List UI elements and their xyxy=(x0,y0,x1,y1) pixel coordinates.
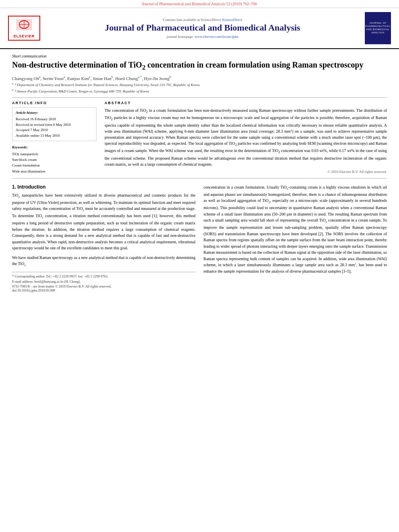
main-left-column: 1. Introduction TiO2 nanoparticles have … xyxy=(12,184,195,284)
keywords-box: Keywords: TiO₂ nanoparticle Sun-block cr… xyxy=(12,144,97,174)
history-label: Article history: xyxy=(16,110,93,116)
main-right-column: concentration in a cream formulation. Us… xyxy=(204,184,387,284)
affiliation-a: a ᵃ Department of Chemistry and Research… xyxy=(12,82,387,88)
sciencedirect-link[interactable]: ScienceDirect xyxy=(222,18,242,22)
keyword-4: Wide area illumination xyxy=(12,168,97,174)
journal-title-block: Contents lists available at ScienceDirec… xyxy=(44,18,361,38)
top-bar: Journal of Pharmaceutical and Biomedical… xyxy=(0,0,399,8)
available-date: Available online 13 May 2010 xyxy=(16,133,93,139)
header-divider xyxy=(12,97,387,98)
accepted-date: Accepted 7 May 2010 xyxy=(16,127,93,133)
received-date: Received 16 February 2010 xyxy=(16,117,93,122)
elsevier-logo: ELSEVIER xyxy=(8,16,40,41)
keyword-3: Cream formulation xyxy=(12,162,97,168)
journal-citation: Journal of Pharmaceutical and Biomedical… xyxy=(142,2,257,6)
keyword-2: Sun-block cream xyxy=(12,157,97,162)
doi-line: doi:10.1016/j.jpba.2010.05.008 xyxy=(12,288,387,292)
intro-paragraph-2: We have studied Raman spectroscopy as a … xyxy=(12,255,195,268)
intro-right-text: concentration in a cream formulation. Us… xyxy=(204,184,387,274)
article-info-header: ARTICLE INFO xyxy=(12,101,97,105)
keywords-label: Keywords: xyxy=(12,144,97,150)
issn-line: 0731-7085/$ – see front matter © 2010 El… xyxy=(12,284,387,288)
paper-type: Short communication xyxy=(12,54,387,58)
elsevier-label: ELSEVIER xyxy=(14,34,35,38)
abstract-text: The concentration of TiO2 in a cream for… xyxy=(105,107,387,167)
journal-name: Journal of Pharmaceutical and Biomedical… xyxy=(44,23,361,33)
footnote-section: * Corresponding author. Tel.: +82 2 2220… xyxy=(12,272,195,284)
affiliation-b: b ᵇ Amore-Pacific Corporation, R&D Cente… xyxy=(12,88,387,94)
article-info-abstract: ARTICLE INFO Article history: Received 1… xyxy=(12,101,387,174)
right-column: ABSTRACT The concentration of TiO2 in a … xyxy=(105,101,387,174)
bottom-footer: 0731-7085/$ – see front matter © 2010 El… xyxy=(0,284,399,296)
article-history-box: Article history: Received 16 February 20… xyxy=(12,107,97,142)
authors: Changyong Oha, Serim Yoona, Eunjoo Kima,… xyxy=(12,75,387,81)
keyword-1: TiO₂ nanoparticle xyxy=(12,151,97,157)
journal-homepage: journal homepage: www.elsevier.com/locat… xyxy=(44,35,361,39)
section-1-title: 1. Introduction xyxy=(12,184,195,190)
received-revised-date: Received in revised form 6 May 2010 xyxy=(16,122,93,128)
footnote-corresponding: * Corresponding author. Tel.: +82 2 2220… xyxy=(12,274,195,279)
journal-header: ELSEVIER Contents lists available at Sci… xyxy=(0,8,399,49)
sciencedirect-line: Contents lists available at ScienceDirec… xyxy=(44,18,361,22)
footnote-email: E-mail address: hoeil@hanyang.ac.kr (H. … xyxy=(12,279,195,284)
paper-title: Non-destructive determination of TiO2 co… xyxy=(12,60,387,72)
paper-body: Short communication Non-destructive dete… xyxy=(0,54,399,174)
left-column: ARTICLE INFO Article history: Received 1… xyxy=(12,101,97,174)
copyright-notice: © 2010 Elsevier B.V. All rights reserved… xyxy=(105,170,387,174)
homepage-link[interactable]: www.elsevier.com/locate/jpba xyxy=(195,35,238,39)
journal-thumbnail: JOURNAL OFPHARMACEUTICALAND BIOMEDICALAN… xyxy=(365,12,391,44)
intro-paragraph-1: TiO2 nanoparticles have been extensively… xyxy=(12,192,195,251)
main-content: 1. Introduction TiO2 nanoparticles have … xyxy=(0,184,399,284)
body-divider xyxy=(12,178,387,179)
abstract-header: ABSTRACT xyxy=(105,101,387,105)
